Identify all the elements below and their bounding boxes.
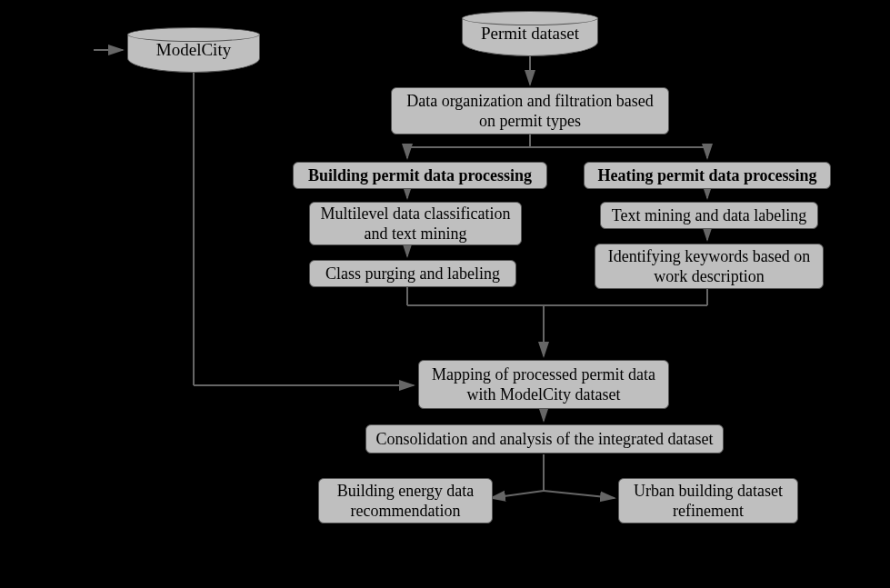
modelcity-cylinder: ModelCity	[127, 27, 260, 73]
modelcity-label: ModelCity	[127, 40, 260, 60]
urban-output-text: Urban building dataset refinement	[628, 481, 788, 522]
heating-step2-text: Identifying keywords based on work descr…	[605, 246, 814, 287]
urban-output-node: Urban building dataset refinement	[618, 478, 798, 523]
energy-output-node: Building energy data recommendation	[318, 478, 493, 523]
building-step1-node: Multilevel data classification and text …	[309, 202, 522, 245]
permit-dataset-cylinder: Permit dataset	[462, 11, 598, 56]
heating-step2-node: Identifying keywords based on work descr…	[595, 244, 824, 289]
mapping-node: Mapping of processed permit data with Mo…	[418, 360, 669, 409]
svg-line-19	[544, 491, 615, 498]
consolidation-node: Consolidation and analysis of the integr…	[365, 424, 724, 453]
consolidation-text: Consolidation and analysis of the integr…	[376, 429, 714, 450]
svg-line-18	[491, 491, 544, 498]
permit-dataset-label: Permit dataset	[462, 24, 598, 44]
heating-header-text: Heating permit data processing	[597, 165, 816, 186]
organization-text: Data organization and filtration based o…	[401, 91, 659, 132]
organization-node: Data organization and filtration based o…	[391, 87, 669, 135]
mapping-text: Mapping of processed permit data with Mo…	[428, 364, 659, 405]
heating-step1-text: Text mining and data labeling	[612, 205, 807, 226]
building-step1-text: Multilevel data classification and text …	[319, 204, 512, 244]
heating-header-node: Heating permit data processing	[584, 162, 831, 189]
building-header-text: Building permit data processing	[308, 165, 532, 186]
heating-step1-node: Text mining and data labeling	[600, 202, 818, 229]
building-header-node: Building permit data processing	[293, 162, 547, 189]
building-step2-text: Class purging and labeling	[325, 264, 500, 284]
building-step2-node: Class purging and labeling	[309, 260, 516, 287]
energy-output-text: Building energy data recommendation	[328, 481, 483, 522]
